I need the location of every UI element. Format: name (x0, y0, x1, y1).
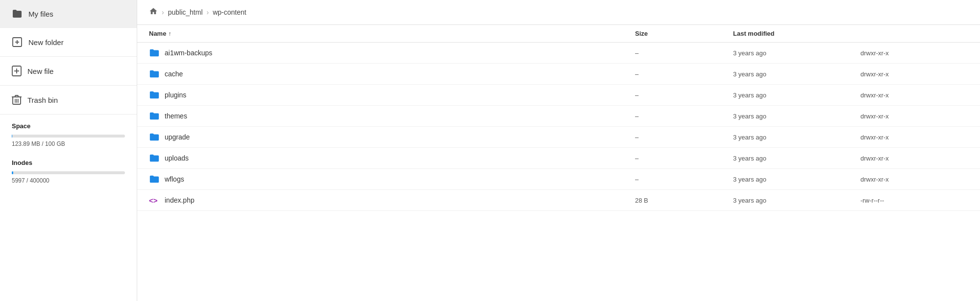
file-name-cell: upgrade (149, 132, 635, 142)
file-name: wflogs (165, 175, 184, 183)
new-folder-icon (12, 37, 23, 47)
file-modified: 3 years ago (733, 92, 860, 99)
file-table: Name ↑ Size Last modified ai1wm-backups … (137, 25, 980, 301)
file-name-cell: plugins (149, 90, 635, 100)
file-modified: 3 years ago (733, 134, 860, 141)
col-header-name[interactable]: Name ↑ (149, 30, 635, 37)
file-name: uploads (165, 154, 189, 162)
space-label: Space (12, 122, 125, 130)
file-size: – (635, 113, 733, 120)
file-size: – (635, 70, 733, 78)
inodes-progress-fill (12, 171, 13, 174)
file-size: – (635, 134, 733, 141)
file-name-cell: wflogs (149, 174, 635, 185)
space-section: Space 123.89 MB / 100 GB (0, 115, 137, 151)
folder-icon (149, 132, 160, 142)
file-name-cell: themes (149, 111, 635, 121)
folder-icon (149, 90, 160, 100)
table-body: ai1wm-backups – 3 years ago drwxr-xr-x c… (137, 43, 980, 211)
sidebar-item-trash-bin[interactable]: Trash bin (0, 86, 137, 115)
breadcrumb: › public_html › wp-content (137, 0, 980, 25)
folder-icon (149, 174, 160, 185)
file-name: themes (165, 112, 187, 120)
table-row[interactable]: wflogs – 3 years ago drwxr-xr-x (137, 169, 980, 190)
file-modified: 3 years ago (733, 70, 860, 78)
table-row[interactable]: themes – 3 years ago drwxr-xr-x (137, 106, 980, 127)
file-name: upgrade (165, 133, 190, 141)
folder-icon (12, 9, 23, 19)
code-file-icon: <> (149, 195, 160, 206)
file-name-cell: cache (149, 69, 635, 79)
folder-icon (149, 47, 160, 58)
breadcrumb-wp-content[interactable]: wp-content (213, 8, 246, 16)
col-header-size[interactable]: Size (635, 30, 733, 37)
file-name: plugins (165, 91, 186, 99)
file-size: – (635, 176, 733, 183)
sidebar-item-new-file-label: New file (27, 67, 53, 75)
sidebar: My files New folder New file (0, 0, 137, 301)
table-row[interactable]: cache – 3 years ago drwxr-xr-x (137, 64, 980, 85)
folder-icon (149, 111, 160, 121)
inodes-used-text: 5997 / 400000 (12, 177, 125, 184)
file-perms: drwxr-xr-x (860, 134, 968, 141)
table-row[interactable]: uploads – 3 years ago drwxr-xr-x (137, 148, 980, 169)
table-row[interactable]: plugins – 3 years ago drwxr-xr-x (137, 85, 980, 106)
inodes-progress-bg (12, 171, 125, 174)
main-content: › public_html › wp-content Name ↑ Size L… (137, 0, 980, 301)
col-header-modified[interactable]: Last modified (733, 30, 860, 37)
trash-icon (12, 94, 22, 105)
folder-icon (149, 69, 160, 79)
file-modified: 3 years ago (733, 113, 860, 120)
file-perms: drwxr-xr-x (860, 176, 968, 183)
file-modified: 3 years ago (733, 49, 860, 57)
table-row[interactable]: <> index.php 28 B 3 years ago -rw-r--r-- (137, 190, 980, 211)
breadcrumb-sep-2: › (207, 8, 209, 16)
file-name-cell: <> index.php (149, 195, 635, 206)
file-size: – (635, 155, 733, 162)
inodes-section: Inodes 5997 / 400000 (0, 151, 137, 188)
breadcrumb-sep-1: › (162, 8, 164, 16)
file-name-cell: uploads (149, 153, 635, 163)
file-name-cell: ai1wm-backups (149, 47, 635, 58)
space-progress-bg (12, 135, 125, 138)
file-name: ai1wm-backups (165, 49, 212, 57)
file-size: – (635, 49, 733, 57)
sidebar-item-my-files[interactable]: My files (0, 0, 137, 28)
file-perms: drwxr-xr-x (860, 92, 968, 99)
file-name: index.php (165, 196, 195, 204)
home-icon[interactable] (149, 7, 158, 18)
file-perms: -rw-r--r-- (860, 197, 968, 204)
file-perms: drwxr-xr-x (860, 155, 968, 162)
file-modified: 3 years ago (733, 176, 860, 183)
breadcrumb-public-html[interactable]: public_html (168, 8, 203, 16)
table-header: Name ↑ Size Last modified (137, 25, 980, 43)
file-modified: 3 years ago (733, 197, 860, 204)
table-row[interactable]: upgrade – 3 years ago drwxr-xr-x (137, 127, 980, 148)
sidebar-item-new-folder[interactable]: New folder (0, 28, 137, 57)
new-file-icon (12, 66, 22, 76)
col-header-perms (860, 30, 968, 37)
space-used-text: 123.89 MB / 100 GB (12, 140, 125, 147)
sidebar-item-new-file[interactable]: New file (0, 57, 137, 86)
file-size: 28 B (635, 197, 733, 204)
sidebar-item-new-folder-label: New folder (28, 38, 64, 46)
file-name: cache (165, 70, 183, 78)
sidebar-item-trash-bin-label: Trash bin (27, 96, 58, 104)
file-modified: 3 years ago (733, 155, 860, 162)
file-size: – (635, 92, 733, 99)
table-row[interactable]: ai1wm-backups – 3 years ago drwxr-xr-x (137, 43, 980, 64)
sort-arrow-icon: ↑ (168, 30, 171, 37)
inodes-label: Inodes (12, 159, 125, 166)
sidebar-item-my-files-label: My files (28, 10, 53, 18)
file-perms: drwxr-xr-x (860, 113, 968, 120)
file-perms: drwxr-xr-x (860, 70, 968, 78)
file-perms: drwxr-xr-x (860, 49, 968, 57)
folder-icon (149, 153, 160, 163)
